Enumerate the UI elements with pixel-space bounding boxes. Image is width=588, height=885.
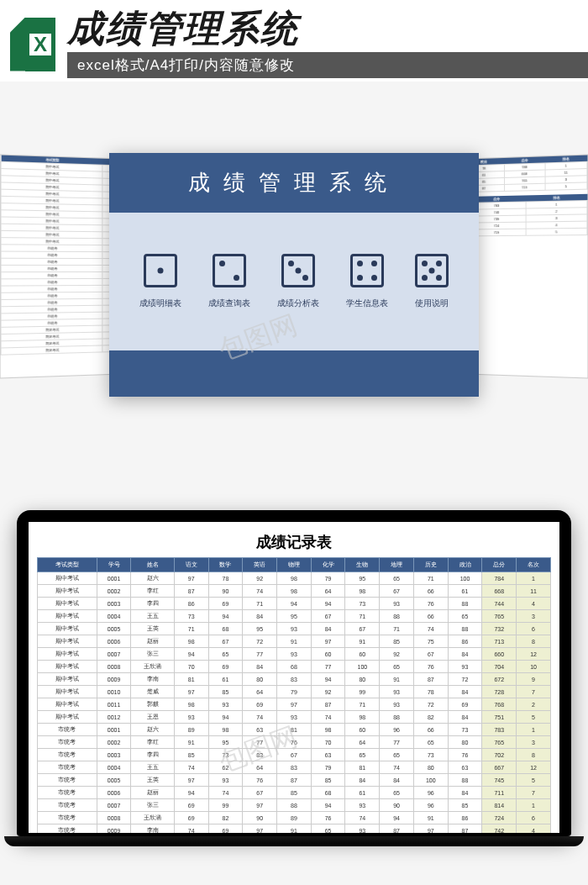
col-header: 考试类型	[38, 558, 97, 572]
record-title: 成绩记录表	[37, 527, 551, 557]
laptop-base	[4, 836, 584, 846]
table-row: 期中考试0009李南8161808394809187726729	[38, 673, 551, 686]
col-header: 物理	[277, 558, 312, 572]
dashboard-card: 成绩管理系统 成绩明细表 成绩查询表 成绩分析表 学生信息表 使用说明	[109, 153, 479, 397]
dice-5-icon	[415, 254, 449, 287]
col-header: 总分	[482, 558, 517, 572]
nav-query[interactable]: 成绩查询表	[208, 254, 250, 309]
table-row: 期中考试0011郭麒9893699787719372697682	[38, 698, 551, 711]
table-row: 期中考试0006赵丽9867729197918575867138	[38, 635, 551, 648]
table-row: 期中考试0004王五7394849567718866657653	[38, 610, 551, 623]
col-header: 生物	[345, 558, 380, 572]
col-header: 语文	[174, 558, 208, 572]
dice-4-icon	[350, 254, 384, 287]
table-row: 期中考试0001赵六97789298799565711007841	[38, 572, 551, 585]
nav-students[interactable]: 学生信息表	[346, 254, 388, 309]
score-table: 考试类型学号姓名语文数学英语物理化学生物地理历史政治总分名次 期中考试0001赵…	[37, 557, 551, 833]
table-row: 市统考0005王英97937687858484100887455	[38, 774, 551, 787]
nav-analysis[interactable]: 成绩分析表	[277, 254, 319, 309]
col-header: 名次	[517, 558, 551, 572]
col-header: 地理	[380, 558, 414, 572]
table-row: 期中考试0005王英7168959384677174887326	[38, 623, 551, 635]
col-header: 政治	[448, 558, 482, 572]
col-header: 学号	[97, 558, 131, 572]
table-row: 期中考试0007张三94657793606092678466012	[38, 648, 551, 661]
dice-2-icon	[213, 254, 246, 287]
table-row: 期中考试0008王欣涵706984687710065769370410	[38, 661, 551, 673]
dice-1-icon	[144, 254, 177, 287]
page-header: X 成绩管理系统 excel格式/A4打印/内容随意修改	[0, 0, 588, 82]
laptop-mockup: 成绩记录表 考试类型学号姓名语文数学英语物理化学生物地理历史政治总分名次 期中考…	[0, 510, 588, 836]
table-row: 市统考0007张三6999978894939096858141	[38, 799, 551, 812]
table-row: 期中考试0010楚威9785647992999378847287	[38, 686, 551, 698]
table-row: 市统考0002李红9195777670647765807653	[38, 736, 551, 749]
title-block: 成绩管理系统 excel格式/A4打印/内容随意修改	[67, 10, 588, 78]
dashboard-footer	[109, 350, 479, 397]
table-row: 市统考0009李南7469979165938797877424	[38, 824, 551, 834]
table-row: 期中考试0002李红87907498649867666166811	[38, 585, 551, 598]
table-row: 市统考0003李四8573836763656573767028	[38, 749, 551, 761]
showcase: 考试类型学号期中考试0001期中考试0002期中考试0003期中考试0004期中…	[0, 107, 588, 443]
table-row: 市统考0006赵丽9474678568616596847117	[38, 787, 551, 799]
table-row: 期中考试0003李四8669719494739376887444	[38, 598, 551, 610]
col-header: 数学	[208, 558, 243, 572]
dashboard-title: 成绩管理系统	[109, 153, 479, 213]
dashboard-nav: 成绩明细表 成绩查询表 成绩分析表 学生信息表 使用说明	[109, 213, 479, 350]
page-subtitle: excel格式/A4打印/内容随意修改	[67, 52, 588, 78]
col-header: 英语	[243, 558, 277, 572]
excel-icon: X	[10, 18, 55, 71]
page-title: 成绩管理系统	[67, 10, 588, 47]
table-row: 期中考试0012王恩9394749374988882847515	[38, 711, 551, 724]
nav-detail[interactable]: 成绩明细表	[139, 254, 181, 309]
table-row: 市统考0004王五74626483798174806366712	[38, 761, 551, 774]
table-row: 市统考0008王欣涵6982908976749491867246	[38, 812, 551, 824]
col-header: 历史	[413, 558, 448, 572]
dice-3-icon	[281, 254, 315, 287]
nav-help[interactable]: 使用说明	[415, 254, 449, 309]
col-header: 姓名	[131, 558, 174, 572]
col-header: 化学	[311, 558, 345, 572]
table-row: 市统考0001赵六8998638198609666737831	[38, 724, 551, 736]
